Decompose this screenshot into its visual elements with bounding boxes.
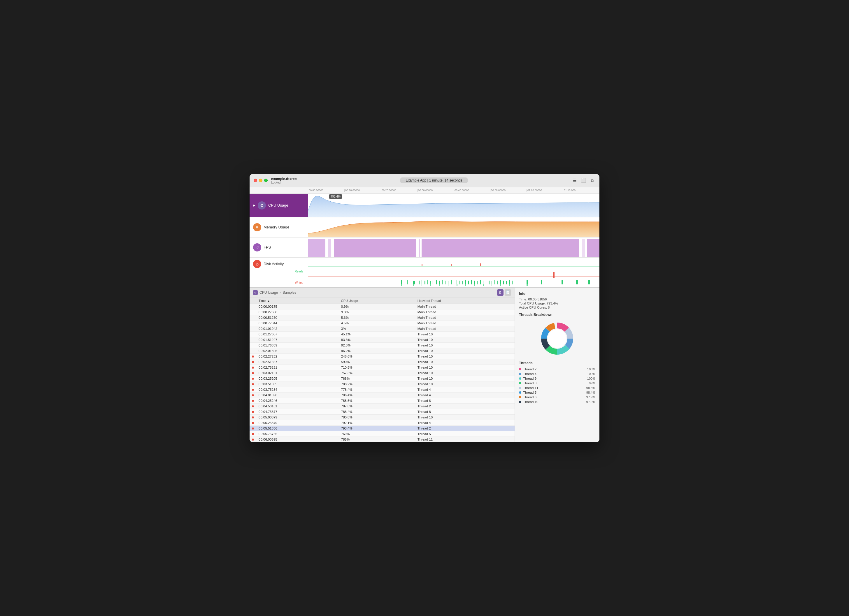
tick-2: 00:20.00000 [381, 189, 417, 192]
table-row[interactable]: 00:02.75231 710.5% Thread 10 [250, 365, 515, 370]
breadcrumb-actions: E 📄 [497, 289, 511, 296]
alert-dot [252, 422, 254, 424]
cpu-track-label[interactable]: ▶ ⚙ CPU Usage [250, 194, 308, 217]
col-cpu[interactable]: CPU Usage [339, 298, 415, 304]
split-view-button[interactable]: ⧉ [589, 177, 595, 184]
table-row[interactable]: 00:01.01942 3% Main Thread [250, 326, 515, 331]
cell-thread: Thread 10 [415, 370, 515, 376]
breadcrumb-cpu[interactable]: CPU Usage [259, 290, 278, 295]
filter-e-button[interactable]: E [497, 289, 503, 296]
sort-arrow: ▲ [267, 299, 270, 302]
app-title: Example App | 1 minute, 14 seconds [400, 177, 468, 183]
svg-rect-47 [506, 281, 507, 284]
svg-rect-32 [462, 281, 463, 284]
svg-rect-52 [562, 280, 563, 284]
breadcrumb-samples[interactable]: Samples [283, 290, 296, 295]
thread-name: Thread 11 [523, 386, 538, 390]
table-row[interactable]: 00:01.27607 45.1% Thread 10 [250, 331, 515, 337]
svg-rect-60 [448, 284, 448, 286]
cell-cpu: 788.5% [339, 398, 415, 403]
cpu-chart[interactable]: 793.4% [308, 194, 599, 217]
cell-time: 00:03.75234 [256, 387, 339, 392]
table-row[interactable]: 00:05.51856 793.4% Thread 2 [250, 426, 515, 431]
cell-time: 00:05.51856 [256, 426, 339, 431]
fps-chart[interactable] [308, 238, 599, 257]
table-row[interactable]: 00:05.00379 780.8% Thread 10 [250, 414, 515, 420]
table-row[interactable]: 00:00.77344 4.5% Main Thread [250, 320, 515, 326]
table-row[interactable]: 00:03.02161 757.3% Thread 10 [250, 370, 515, 376]
table-row[interactable]: 00:00.27608 9.3% Main Thread [250, 309, 515, 315]
cpu-label: Total CPU Usage: [519, 302, 545, 305]
table-row[interactable]: 00:02.01895 96.2% Thread 10 [250, 348, 515, 353]
table-row[interactable]: 00:03.25205 768% Thread 10 [250, 376, 515, 381]
cell-time: 00:05.25379 [256, 420, 339, 426]
row-indicator [250, 353, 256, 359]
thread-list-left: Thread 6 [519, 396, 536, 399]
cell-time: 00:00.51270 [256, 315, 339, 320]
table-row[interactable]: 00:05.75765 769% Thread 5 [250, 431, 515, 436]
col-time[interactable]: Time ▲ [256, 298, 339, 304]
svg-rect-63 [474, 284, 475, 286]
table-row[interactable]: 00:00.00175 0.9% Main Thread [250, 304, 515, 309]
svg-rect-35 [471, 280, 472, 284]
mem-track-label[interactable]: ≡ Memory Usage [250, 217, 308, 237]
cell-thread: Thread 10 [415, 376, 515, 381]
svg-rect-16 [414, 281, 415, 284]
svg-rect-46 [503, 281, 504, 284]
list-view-button[interactable]: ☰ [572, 177, 578, 184]
fps-track-row[interactable]: ♡ FPS [250, 238, 599, 257]
table-row[interactable]: 00:04.50161 787.8% Thread 2 [250, 403, 515, 409]
table-row[interactable]: 00:03.51895 788.2% Thread 10 [250, 381, 515, 387]
breadcrumb-sep: › [280, 290, 281, 295]
table-row[interactable]: 00:01.51297 83.6% Thread 10 [250, 337, 515, 342]
cell-cpu: 3% [339, 326, 415, 331]
table-row[interactable]: 00:06.00695 785% Thread 11 [250, 436, 515, 442]
mem-track-row[interactable]: ≡ Memory Usage [250, 217, 599, 238]
cell-time: 00:05.00379 [256, 414, 339, 420]
col-thread[interactable]: Heaviest Thread [415, 298, 515, 304]
disk-track-row[interactable]: ⊘ Disk Activity Reads Writes [250, 257, 599, 287]
svg-rect-26 [445, 281, 445, 284]
cell-thread: Thread 8 [415, 409, 515, 414]
table-row[interactable]: 00:04.25246 788.5% Thread 6 [250, 398, 515, 403]
svg-rect-51 [541, 280, 542, 284]
fps-track-label[interactable]: ♡ FPS [250, 238, 308, 257]
alert-dot [252, 372, 254, 374]
svg-point-77 [548, 329, 566, 348]
thread-list-left: Thread 4 [519, 372, 536, 376]
table-row[interactable]: 00:01.76359 92.5% Thread 10 [250, 342, 515, 348]
table-row[interactable]: 00:05.25379 792.1% Thread 4 [250, 420, 515, 426]
thread-pct: 98.4% [586, 391, 595, 394]
disk-chart[interactable] [308, 257, 599, 287]
table-row[interactable]: 00:04.75377 788.4% Thread 8 [250, 409, 515, 414]
close-button[interactable] [254, 179, 257, 182]
cell-thread: Thread 5 [415, 431, 515, 436]
tick-7: 01:10.000 [563, 189, 599, 192]
cell-thread: Thread 10 [415, 348, 515, 353]
table-row[interactable]: 00:03.75234 778.4% Thread 4 [250, 387, 515, 392]
cpu-track-row[interactable]: ▶ ⚙ CPU Usage 793.4% [250, 194, 599, 217]
mem-chart[interactable] [308, 217, 599, 237]
svg-rect-14 [407, 280, 408, 284]
svg-rect-1 [328, 239, 331, 257]
maximize-button[interactable] [264, 179, 268, 182]
filter-doc-button[interactable]: 📄 [505, 289, 511, 296]
minimize-button[interactable] [259, 179, 262, 182]
monitor-view-button[interactable]: ⬜ [580, 177, 587, 184]
disk-track-label[interactable]: ⊘ Disk Activity Reads Writes [250, 257, 308, 287]
table-row[interactable]: 00:02.27232 248.6% Thread 10 [250, 353, 515, 359]
thread-list-item: Thread 6 97.9% [519, 395, 595, 399]
thread-color-dot [519, 382, 521, 384]
thread-pct: 100% [587, 368, 595, 371]
table-row[interactable]: 00:04.01898 786.4% Thread 4 [250, 392, 515, 398]
svg-rect-3 [419, 239, 420, 257]
row-indicator [250, 365, 256, 370]
svg-rect-55 [401, 284, 402, 286]
data-table[interactable]: Time ▲ CPU Usage Heaviest Thread 00:00.0… [250, 298, 515, 442]
row-indicator [250, 359, 256, 365]
table-row[interactable]: 00:00.51270 5.6% Main Thread [250, 315, 515, 320]
svg-rect-9 [422, 264, 423, 266]
cpu-chart-svg [308, 194, 599, 217]
table-row[interactable]: 00:02.51867 590% Thread 10 [250, 359, 515, 365]
cell-cpu: 757.3% [339, 370, 415, 376]
